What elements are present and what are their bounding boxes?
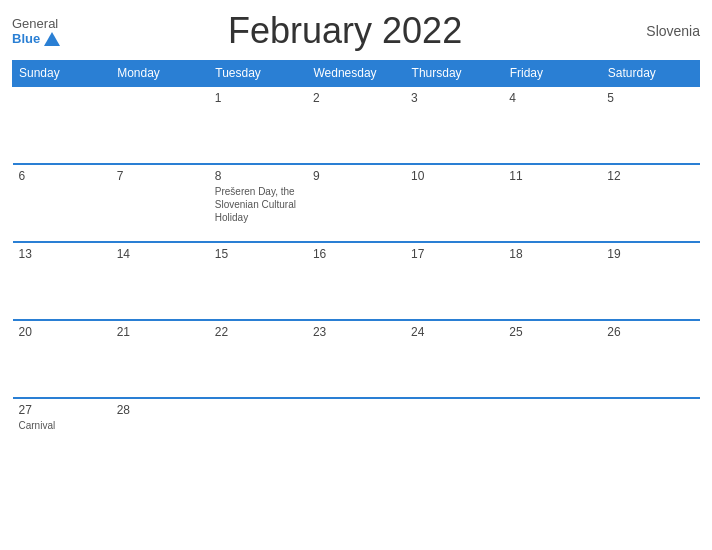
- weekday-header-tuesday: Tuesday: [209, 61, 307, 87]
- day-number: 20: [19, 325, 105, 339]
- weekday-header-row: SundayMondayTuesdayWednesdayThursdayFrid…: [13, 61, 700, 87]
- day-cell: 20: [13, 320, 111, 398]
- day-cell: 23: [307, 320, 405, 398]
- weekday-header-sunday: Sunday: [13, 61, 111, 87]
- week-row-3: 20212223242526: [13, 320, 700, 398]
- day-cell: 13: [13, 242, 111, 320]
- day-cell: [405, 398, 503, 476]
- day-number: 1: [215, 91, 301, 105]
- week-row-4: 27Carnival28: [13, 398, 700, 476]
- day-number: 5: [607, 91, 693, 105]
- day-cell: 28: [111, 398, 209, 476]
- day-cell: 24: [405, 320, 503, 398]
- day-cell: 2: [307, 86, 405, 164]
- day-cell: 1: [209, 86, 307, 164]
- day-number: 18: [509, 247, 595, 261]
- day-number: 24: [411, 325, 497, 339]
- day-cell: [13, 86, 111, 164]
- day-number: 13: [19, 247, 105, 261]
- day-cell: 10: [405, 164, 503, 242]
- day-cell: 12: [601, 164, 699, 242]
- day-cell: [307, 398, 405, 476]
- day-cell: 17: [405, 242, 503, 320]
- day-number: 14: [117, 247, 203, 261]
- day-cell: 8Prešeren Day, the Slovenian Cultural Ho…: [209, 164, 307, 242]
- day-number: 27: [19, 403, 105, 417]
- day-cell: [503, 398, 601, 476]
- day-number: 28: [117, 403, 203, 417]
- day-cell: 4: [503, 86, 601, 164]
- day-cell: 7: [111, 164, 209, 242]
- day-cell: 16: [307, 242, 405, 320]
- day-number: 8: [215, 169, 301, 183]
- day-cell: 5: [601, 86, 699, 164]
- calendar-table: SundayMondayTuesdayWednesdayThursdayFrid…: [12, 60, 700, 476]
- day-number: 21: [117, 325, 203, 339]
- week-row-0: 12345: [13, 86, 700, 164]
- day-cell: 26: [601, 320, 699, 398]
- day-cell: 3: [405, 86, 503, 164]
- day-number: 3: [411, 91, 497, 105]
- week-row-2: 13141516171819: [13, 242, 700, 320]
- logo-blue-text: Blue: [12, 31, 40, 46]
- logo-general-text: General: [12, 16, 58, 31]
- day-cell: 18: [503, 242, 601, 320]
- event-text: Carnival: [19, 420, 56, 431]
- event-text: Prešeren Day, the Slovenian Cultural Hol…: [215, 186, 296, 223]
- day-number: 11: [509, 169, 595, 183]
- day-cell: 9: [307, 164, 405, 242]
- day-number: 25: [509, 325, 595, 339]
- day-cell: 15: [209, 242, 307, 320]
- weekday-header-saturday: Saturday: [601, 61, 699, 87]
- day-cell: 19: [601, 242, 699, 320]
- day-cell: 22: [209, 320, 307, 398]
- day-number: 26: [607, 325, 693, 339]
- day-cell: 14: [111, 242, 209, 320]
- calendar-header: General Blue February 2022 Slovenia: [12, 10, 700, 52]
- weekday-header-thursday: Thursday: [405, 61, 503, 87]
- logo: General Blue: [12, 16, 60, 46]
- day-cell: 11: [503, 164, 601, 242]
- weekday-header-wednesday: Wednesday: [307, 61, 405, 87]
- day-number: 6: [19, 169, 105, 183]
- calendar-wrapper: General Blue February 2022 Slovenia Sund…: [0, 0, 712, 550]
- day-number: 15: [215, 247, 301, 261]
- day-number: 2: [313, 91, 399, 105]
- day-cell: 27Carnival: [13, 398, 111, 476]
- week-row-1: 678Prešeren Day, the Slovenian Cultural …: [13, 164, 700, 242]
- day-number: 7: [117, 169, 203, 183]
- day-number: 22: [215, 325, 301, 339]
- day-cell: 6: [13, 164, 111, 242]
- day-number: 23: [313, 325, 399, 339]
- country-label: Slovenia: [630, 23, 700, 39]
- day-cell: 25: [503, 320, 601, 398]
- day-number: 9: [313, 169, 399, 183]
- day-number: 10: [411, 169, 497, 183]
- day-number: 4: [509, 91, 595, 105]
- day-cell: [209, 398, 307, 476]
- logo-triangle-icon: [44, 32, 60, 46]
- day-number: 17: [411, 247, 497, 261]
- day-cell: 21: [111, 320, 209, 398]
- day-number: 16: [313, 247, 399, 261]
- weekday-header-monday: Monday: [111, 61, 209, 87]
- day-number: 19: [607, 247, 693, 261]
- day-cell: [601, 398, 699, 476]
- day-cell: [111, 86, 209, 164]
- weekday-header-friday: Friday: [503, 61, 601, 87]
- calendar-title: February 2022: [60, 10, 630, 52]
- day-number: 12: [607, 169, 693, 183]
